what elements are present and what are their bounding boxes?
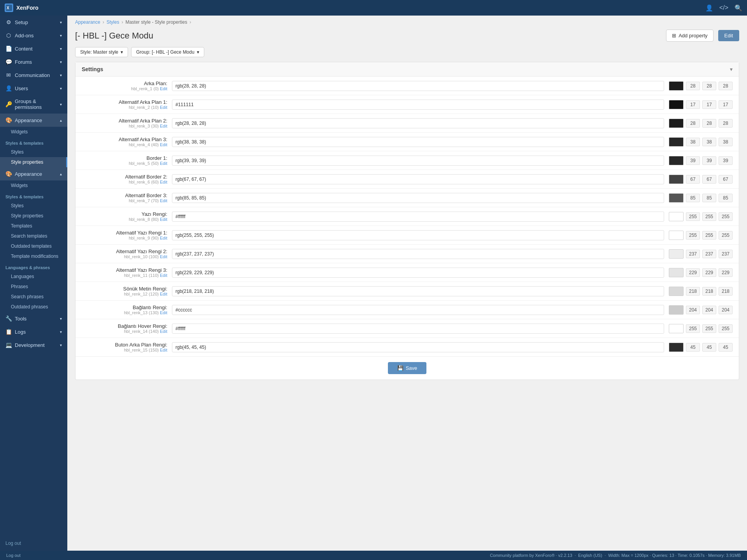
brand-logo[interactable]: X XenForo — [5, 4, 39, 12]
prop-value-input[interactable] — [172, 100, 664, 110]
style-dropdown[interactable]: Style: Master style ▾ — [75, 47, 128, 57]
sidebar-item-tools[interactable]: 🔧 Tools ▾ — [0, 312, 67, 325]
prop-color-col: 45 45 45 — [669, 343, 733, 352]
sidebar-sub-phrases[interactable]: Phrases — [0, 282, 67, 292]
prop-value-input[interactable] — [172, 324, 664, 334]
logo-icon: X — [5, 4, 13, 12]
sidebar-sub-outdated-phrases[interactable]: Outdated phrases — [0, 302, 67, 312]
prop-edit-link[interactable]: Edit — [160, 142, 167, 147]
sidebar-sub-styles-1[interactable]: Styles — [0, 147, 67, 157]
color-b: 255 — [719, 212, 733, 221]
breadcrumb-styles[interactable]: Styles — [107, 19, 119, 25]
color-swatch[interactable] — [669, 119, 684, 128]
prop-edit-link[interactable]: Edit — [160, 329, 167, 334]
prop-edit-link[interactable]: Edit — [160, 180, 167, 184]
save-button[interactable]: 💾 Save — [388, 362, 427, 374]
prop-meta: hbl_renk_2 (10) Edit — [82, 105, 167, 110]
add-property-button[interactable]: ⊞ Add property — [666, 30, 713, 42]
prop-value-input[interactable] — [172, 305, 664, 315]
color-swatch[interactable] — [669, 249, 684, 259]
prop-value-input[interactable] — [172, 249, 664, 259]
prop-edit-link[interactable]: Edit — [160, 161, 167, 166]
color-swatch[interactable] — [669, 268, 684, 277]
color-swatch[interactable] — [669, 343, 684, 352]
sidebar-item-appearance-2[interactable]: 🎨 Appearance ▴ — [0, 167, 67, 180]
sidebar-item-logs[interactable]: 📋 Logs ▾ — [0, 325, 67, 338]
color-swatch[interactable] — [669, 287, 684, 296]
prop-value-input[interactable] — [172, 174, 664, 184]
edit-button[interactable]: Edit — [718, 30, 739, 41]
color-swatch[interactable] — [669, 81, 684, 91]
person-icon[interactable]: 👤 — [705, 4, 713, 12]
color-swatch[interactable] — [669, 231, 684, 240]
settings-card: Settings ▾ Arka Plan: hbl_renk_1 (0) Edi… — [75, 62, 739, 380]
prop-edit-link[interactable]: Edit — [160, 254, 167, 259]
sidebar-sub-template-modifications[interactable]: Template modifications — [0, 251, 67, 261]
sidebar-item-appearance-1[interactable]: 🎨 Appearance ▴ — [0, 114, 67, 127]
sidebar-item-addons[interactable]: ⬡ Add-ons ▾ — [0, 29, 67, 42]
sidebar-item-groups[interactable]: 🔑 Groups & permissions ▾ — [0, 95, 67, 114]
color-swatch[interactable] — [669, 137, 684, 147]
sidebar-sub-outdated-templates[interactable]: Outdated templates — [0, 241, 67, 251]
sidebar-sub-styles-2[interactable]: Styles — [0, 201, 67, 211]
sidebar-sub-search-templates[interactable]: Search templates — [0, 231, 67, 241]
sidebar-item-communication[interactable]: ✉ Communication ▾ — [0, 68, 67, 82]
sidebar-item-content[interactable]: 📄 Content ▾ — [0, 42, 67, 55]
color-swatch[interactable] — [669, 100, 684, 109]
prop-edit-link[interactable]: Edit — [160, 236, 167, 240]
prop-value-input[interactable] — [172, 268, 664, 278]
prop-edit-link[interactable]: Edit — [160, 86, 167, 91]
prop-color-col: 218 218 218 — [669, 287, 733, 296]
prop-value-col — [172, 286, 664, 296]
prop-value-input[interactable] — [172, 212, 664, 222]
sidebar-sub-templates[interactable]: Templates — [0, 221, 67, 231]
color-swatch[interactable] — [669, 156, 684, 165]
prop-value-input[interactable] — [172, 230, 664, 240]
prop-value-input[interactable] — [172, 81, 664, 91]
sidebar-sub-style-properties-1[interactable]: Style properties — [0, 157, 67, 167]
prop-label-col: Sönük Metin Rengi: hbl_renk_12 (120) Edi… — [82, 286, 167, 296]
color-swatch[interactable] — [669, 193, 684, 203]
prop-value-input[interactable] — [172, 156, 664, 166]
prop-value-input[interactable] — [172, 137, 664, 147]
sidebar-item-development[interactable]: 💻 Development ▾ — [0, 338, 67, 352]
prop-edit-link[interactable]: Edit — [160, 348, 167, 352]
prop-edit-link[interactable]: Edit — [160, 217, 167, 222]
color-swatch[interactable] — [669, 324, 684, 333]
prop-edit-link[interactable]: Edit — [160, 310, 167, 315]
prop-value-input[interactable] — [172, 342, 664, 352]
breadcrumb-appearance[interactable]: Appearance — [75, 19, 100, 25]
collapse-button[interactable]: ▾ — [730, 66, 733, 72]
groups-icon: 🔑 — [5, 101, 12, 107]
prop-value-input[interactable] — [172, 118, 664, 128]
group-dropdown[interactable]: Group: [- HBL -] Gece Modu ▾ — [131, 47, 204, 57]
sidebar-sub-languages[interactable]: Languages — [0, 271, 67, 282]
color-r: 17 — [686, 100, 700, 109]
prop-value-input[interactable] — [172, 193, 664, 203]
prop-value-input[interactable] — [172, 286, 664, 296]
prop-edit-link[interactable]: Edit — [160, 273, 167, 278]
prop-edit-link[interactable]: Edit — [160, 198, 167, 203]
sidebar-sub-widgets-2[interactable]: Widgets — [0, 180, 67, 191]
prop-edit-link[interactable]: Edit — [160, 105, 167, 110]
sidebar-sub-style-properties-2[interactable]: Style properties — [0, 211, 67, 221]
sidebar-item-label: Appearance — [15, 171, 57, 177]
color-swatch[interactable] — [669, 305, 684, 315]
prop-edit-link[interactable]: Edit — [160, 292, 167, 296]
logout-link[interactable]: Log out — [0, 536, 67, 551]
color-swatch[interactable] — [669, 175, 684, 184]
sidebar-item-forums[interactable]: 💬 Forums ▾ — [0, 55, 67, 68]
prop-meta: hbl_renk_3 (30) Edit — [82, 124, 167, 128]
prop-edit-link[interactable]: Edit — [160, 124, 167, 128]
search-icon[interactable]: 🔍 — [735, 4, 742, 12]
color-swatch[interactable] — [669, 212, 684, 221]
prop-name: Bağlantı Rengi: — [82, 304, 167, 310]
prop-label-col: Alternatif Border 3: hbl_renk_7 (70) Edi… — [82, 192, 167, 203]
sidebar-item-setup[interactable]: ⚙ Setup ▾ — [0, 16, 67, 29]
sidebar-sub-search-phrases[interactable]: Search phrases — [0, 292, 67, 302]
prop-color-col: 28 28 28 — [669, 81, 733, 91]
logout-footer-link[interactable]: Log out — [6, 553, 21, 558]
code-icon[interactable]: </> — [719, 4, 728, 11]
sidebar-sub-widgets-1[interactable]: Widgets — [0, 127, 67, 137]
sidebar-item-users[interactable]: 👤 Users ▾ — [0, 82, 67, 95]
